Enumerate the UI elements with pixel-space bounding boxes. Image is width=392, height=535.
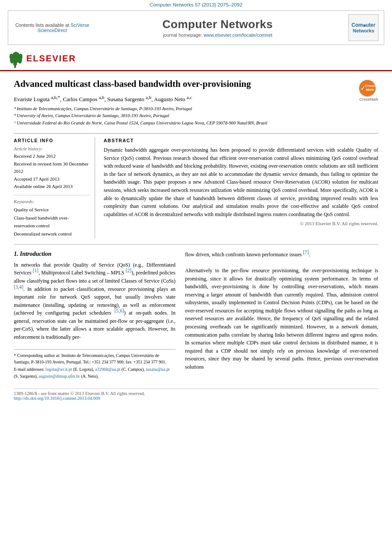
affiliation-c: ᶜ Universidade Federal do Rio Grande do … [14,120,378,127]
section-divider [14,244,378,245]
ref3[interactable]: [3,4] [14,284,23,290]
affiliation-b: ᵇ University of Aveiro, Campus Universit… [14,112,378,120]
ref7[interactable]: [7] [303,250,309,255]
journal-logo-box: Com■uter Networks [348,14,379,41]
affiliation-a: ᵃ Instituto de Telecomunicações, Campus … [14,105,378,113]
svg-point-6 [19,54,22,60]
elsevier-icon [8,48,24,69]
ref2[interactable]: [2] [126,268,131,273]
top-bar-text: Computer Networks 57 (2013) 2075–2092 [150,2,242,7]
accepted-date: Accepted 17 April 2013 [14,175,89,183]
keyword-2: Class-based bandwidth over-reservation c… [14,214,89,230]
journal-logo-area: Com■uter Networks [344,14,379,41]
svg-point-5 [10,54,13,60]
email-4[interactable]: augusto@dimap.ufrn.br [39,374,80,379]
divider-keywords [14,195,89,195]
crossmark: ✓CrossMark CrossMark [359,80,378,102]
revised-date: Received in revised form 30 December 201… [14,160,89,175]
affiliations: ᵃ Instituto de Telecomunicações, Campus … [14,105,378,127]
email-3[interactable]: susana@ua.pt [146,367,170,372]
available-date: Available online 26 April 2013 [14,183,89,191]
name-4: (A. Neto), [81,374,99,379]
keywords-label: Keywords: [14,199,89,204]
elsevier-brand: ELSEVIER [8,48,76,69]
doi-link[interactable]: http://dx.doi.org/10.1016/j.comnet.2013.… [14,396,100,401]
journal-name-center: Computer Networks journal homepage: www.… [91,18,344,38]
bottom-bar: 1389-1286/$ - see front matter © 2013 El… [14,389,378,401]
abstract-heading: Abstract [104,138,378,143]
contents-text: Contents lists available at [15,22,69,28]
author-names: Evariste Logota a,b,*, Carlos Campos a,b… [14,96,192,102]
footnote-star: * Corresponding author at: Instituto de … [14,352,175,365]
article-info-col: Article Info Article history: Received 2… [14,138,95,238]
copyright-line: © 2013 Elsevier B.V. All rights reserved… [104,221,378,226]
name-1: (E. Logota), [73,367,94,372]
paper-title: Advanced multicast class-based bandwidth… [14,78,378,90]
name-2: (C. Campos), [121,367,145,372]
name-3: (S. Sargento), [14,374,38,379]
authors-line: Evariste Logota a,b,*, Carlos Campos a,b… [14,94,378,102]
email-1[interactable]: logota@av.it.pt [45,367,72,372]
keyword-3: Decentralized network control [14,230,89,238]
crossmark-badge: ✓CrossMark [359,80,376,96]
body-left-col: 1. Introduction In networks that provide… [14,251,175,380]
issn-line: 1389-1286/$ - see front matter © 2013 El… [14,391,378,396]
body-section: 1. Introduction In networks that provide… [14,251,378,380]
contents-info: Contents lists available at SciVerse Sci… [13,22,91,33]
journal-homepage: journal homepage: www.elsevier.com/locat… [91,32,344,38]
journal-name: Computer Networks [91,18,344,31]
footnote-section: * Corresponding author at: Instituto de … [14,349,175,380]
article-history-label: Article history: [14,146,89,151]
received-date: Received 2 June 2012 [14,153,89,160]
abstract-text: Dynamic bandwidth aggregate over-provisi… [104,146,378,218]
top-bar: Computer Networks 57 (2013) 2075–2092 [0,0,392,9]
article-info-heading: Article Info [14,138,89,143]
keyword-1: Quality of Service [14,206,89,214]
email-2[interactable]: a32968@ua.pt [95,367,120,372]
email-label: E-mail addresses: [14,367,45,372]
footnote-emails: E-mail addresses: logota@av.it.pt (E. Lo… [14,366,175,380]
abstract-col: Abstract Dynamic bandwidth aggregate ove… [104,138,378,238]
body-right-text: flow driven, which confronts known perfo… [185,251,378,371]
ref4[interactable]: [5,6] [115,308,124,313]
elsevier-header: ELSEVIER [0,46,392,71]
info-abstract-section: Article Info Article history: Received 2… [14,133,378,238]
body-right-col: flow driven, which confronts known perfo… [185,251,378,380]
main-content: ✓CrossMark CrossMark Advanced multicast … [0,71,392,405]
elsevier-wordmark: ELSEVIER [26,54,76,64]
section1-title: 1. Introduction [14,251,175,258]
homepage-label: journal homepage: [163,32,202,38]
ref1[interactable]: [1] [33,268,38,273]
body-left-text: In networks that provide Quality of Serv… [14,261,175,341]
homepage-url[interactable]: www.elsevier.com/locate/comnet [204,32,272,38]
journal-header: Contents lists available at SciVerse Sci… [8,10,384,45]
